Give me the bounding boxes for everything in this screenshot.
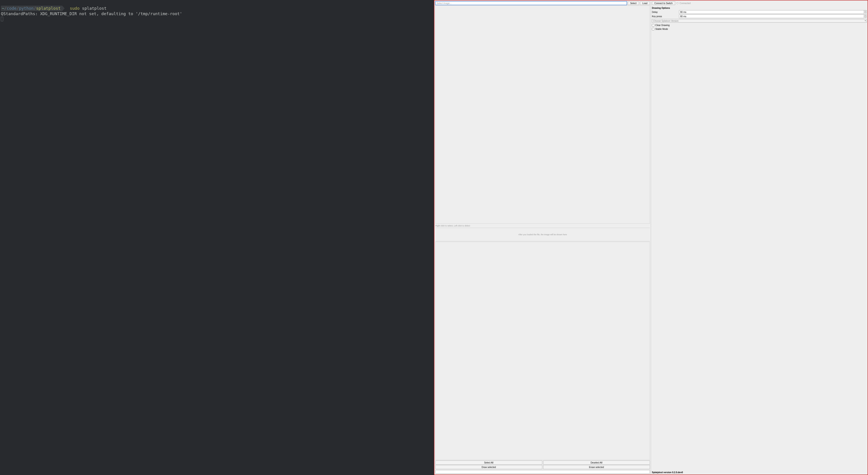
- delay-input[interactable]: [679, 10, 864, 13]
- delay-spinbox[interactable]: ▲ ▼: [679, 10, 867, 14]
- spin-down-icon[interactable]: ▼: [864, 12, 866, 14]
- connection-status-icon: [677, 2, 678, 4]
- dropdown-placeholder: Choose Splatoon Version: [653, 20, 679, 22]
- prompt-home: ~: [2, 6, 4, 11]
- select-all-button[interactable]: Select All: [435, 461, 542, 465]
- connect-row: Connect to Switch Connected: [652, 1, 867, 5]
- prompt-sep: /: [4, 6, 7, 11]
- spin-up-icon[interactable]: ▲: [864, 10, 866, 12]
- image-path-input[interactable]: [435, 1, 627, 5]
- left-panel: Select Load Right click to select, Left …: [434, 0, 651, 475]
- spin-up-icon[interactable]: ▲: [864, 15, 866, 17]
- terminal-output-line: QStandardPaths: XDG_RUNTIME_DIR not set,…: [1, 11, 182, 16]
- stable-mode-option[interactable]: Stable Mode: [652, 28, 867, 30]
- upper-canvas[interactable]: [435, 5, 650, 224]
- image-select-row: Select Load: [435, 1, 650, 5]
- prompt-segment: python: [19, 6, 34, 11]
- keypress-label: Key press: [652, 15, 679, 18]
- lower-canvas[interactable]: [435, 242, 650, 460]
- drawing-options-title: Drawing Options: [652, 7, 867, 9]
- erase-selected-button[interactable]: Erase selected: [543, 465, 650, 469]
- splatoon-version-dropdown[interactable]: Choose Splatoon Version ▾: [652, 19, 867, 23]
- select-button[interactable]: Select: [628, 1, 639, 5]
- right-panel: Connect to Switch Connected Drawing Opti…: [651, 0, 868, 475]
- spin-down-icon[interactable]: ▼: [864, 17, 866, 18]
- prompt-sep: /: [17, 6, 19, 11]
- chevron-down-icon: ▾: [865, 20, 866, 22]
- stable-mode-checkbox[interactable]: [652, 28, 654, 30]
- drawing-options-grid: Delay ▲ ▼ Key press ▲ ▼: [652, 10, 867, 18]
- deselect-all-button[interactable]: Deselect All: [543, 461, 650, 465]
- draw-selected-button[interactable]: Draw selected: [435, 465, 542, 469]
- clear-drawing-checkbox[interactable]: [652, 24, 654, 27]
- clear-drawing-label: Clear Drawing: [655, 24, 670, 27]
- connect-button[interactable]: Connect to Switch: [652, 1, 675, 5]
- app-version-label: Splatplost version 0.2.0.dev0: [652, 471, 867, 474]
- shell-prompt: ~/code/python/splatplost: [1, 6, 62, 11]
- splatplost-window: Select Load Right click to select, Left …: [434, 0, 868, 475]
- connection-status-label: Connected: [680, 2, 690, 4]
- prompt-segment: code: [7, 6, 17, 11]
- load-button[interactable]: Load: [640, 1, 650, 5]
- terminal-cursor: [1, 17, 3, 21]
- progress-bar: [435, 470, 650, 474]
- stable-mode-label: Stable Mode: [655, 28, 668, 30]
- image-preview-hint: After you loaded the file, the image wil…: [518, 233, 567, 236]
- prompt-current-dir: splatplost: [36, 6, 61, 11]
- keypress-spinbox[interactable]: ▲ ▼: [679, 14, 867, 18]
- keypress-input[interactable]: [679, 15, 864, 18]
- click-hint: Right click to select, Left click to del…: [435, 224, 650, 227]
- image-preview-placeholder: After you loaded the file, the image wil…: [435, 228, 650, 241]
- terminal-pane[interactable]: ~/code/python/splatplost sudo splatplost…: [0, 0, 434, 475]
- command-sudo: sudo: [70, 6, 80, 11]
- clear-drawing-option[interactable]: Clear Drawing: [652, 24, 867, 27]
- delay-label: Delay: [652, 11, 679, 13]
- command-arg: splatplost: [82, 6, 106, 11]
- prompt-sep: /: [34, 6, 36, 11]
